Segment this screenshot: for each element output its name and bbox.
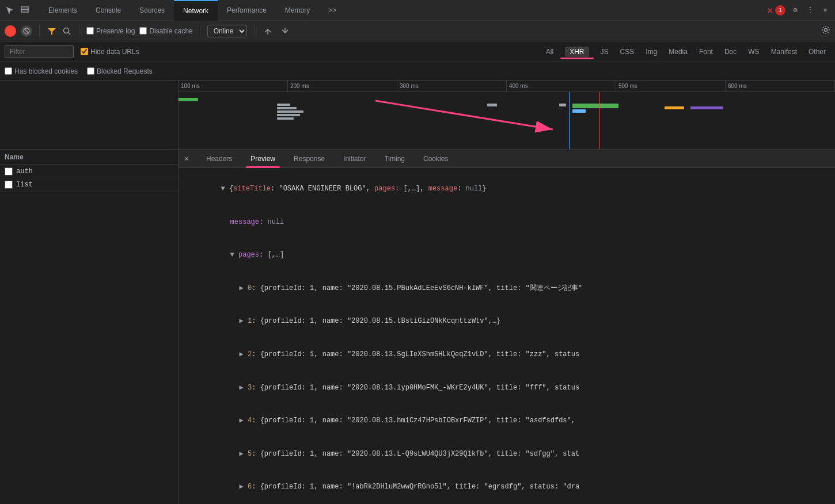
svg-line-5 <box>69 32 71 35</box>
chip-other[interactable]: Other <box>804 47 830 57</box>
svg-rect-1 <box>21 10 28 12</box>
search-icon[interactable] <box>62 26 72 36</box>
chip-ws[interactable]: WS <box>743 47 764 57</box>
chip-doc[interactable]: Doc <box>720 47 741 57</box>
json-item-5[interactable]: ▶ 5: {profileId: 1, name: "2020.08.13.L-… <box>188 438 826 471</box>
record-button[interactable] <box>5 25 16 37</box>
panel-tab-cookies[interactable]: Cookies <box>414 150 457 168</box>
timeline-main[interactable]: 100 ms 200 ms 300 ms 400 ms 500 ms 600 m… <box>179 81 835 149</box>
tbar-5a <box>665 106 684 109</box>
timeline-canvas <box>179 92 835 150</box>
download-icon[interactable] <box>279 25 291 37</box>
filter-chips: All XHR JS CSS Img Media Font Doc WS Man… <box>541 47 830 57</box>
json-item-0[interactable]: ▶ 0: {profileId: 1, name: "2020.08.15.PB… <box>188 272 826 306</box>
vline-blue <box>569 92 570 150</box>
json-pages-line[interactable]: ▼ pages: [,…] <box>188 239 826 272</box>
tbar-5b <box>690 106 723 109</box>
chip-xhr: XHR <box>565 47 589 57</box>
error-x-icon: ✕ <box>767 5 773 16</box>
tab-more[interactable]: >> <box>319 0 346 21</box>
panel-tab-preview[interactable]: Preview <box>241 150 284 168</box>
json-message-line: message: null <box>188 206 826 239</box>
tab-elements[interactable]: Elements <box>39 0 86 21</box>
json-item-1[interactable]: ▶ 1: {profileId: 1, name: "2020.08.15.tB… <box>188 305 826 338</box>
panel-tab-response[interactable]: Response <box>284 150 334 168</box>
svg-rect-0 <box>21 7 28 9</box>
preview-tab-underline <box>246 166 280 168</box>
blocked-row: Has blocked cookies Blocked Requests <box>0 62 835 81</box>
json-item-3[interactable]: ▶ 3: {profileId: 1, name: "2020.08.13.iy… <box>188 371 826 404</box>
svg-line-3 <box>25 29 28 33</box>
chip-manifest[interactable]: Manifest <box>766 47 802 57</box>
json-item-6-arrow[interactable]: ▶ <box>240 483 248 491</box>
settings-icon[interactable]: ⚙ <box>790 5 800 16</box>
panel-tabs: ✕ Headers Preview Response Initiator Tim… <box>179 150 835 168</box>
hide-data-urls-checkbox[interactable]: Hide data URLs <box>81 48 139 56</box>
json-item-1-arrow[interactable]: ▶ <box>240 317 248 325</box>
svg-point-4 <box>64 28 69 33</box>
tbar-4a <box>559 104 565 106</box>
filter-input[interactable] <box>5 45 74 58</box>
filter-icon[interactable] <box>47 26 57 36</box>
tbar-1a <box>179 98 198 101</box>
ruler-100ms: 100 ms <box>179 81 288 91</box>
timeline-left-spacer <box>0 81 179 149</box>
disable-cache-checkbox[interactable]: Disable cache <box>139 27 192 35</box>
ruler-400ms: 400 ms <box>507 81 616 91</box>
upload-icon[interactable] <box>261 25 274 37</box>
tab-sources[interactable]: Sources <box>130 0 174 21</box>
ruler-300ms: 300 ms <box>397 81 507 91</box>
tab-console[interactable]: Console <box>86 0 130 21</box>
panel-tab-headers[interactable]: Headers <box>197 150 241 168</box>
ruler-600ms: 600 ms <box>726 81 835 91</box>
cursor-icon[interactable] <box>5 5 15 16</box>
panel-close-button[interactable]: ✕ <box>181 153 192 165</box>
blocked-requests-checkbox[interactable]: Blocked Requests <box>87 67 153 75</box>
has-blocked-cookies-checkbox[interactable]: Has blocked cookies <box>5 67 78 75</box>
tab-network[interactable]: Network <box>174 0 218 21</box>
chip-xhr-wrapper[interactable]: XHR <box>560 47 593 57</box>
json-root-arrow[interactable]: ▼ <box>221 185 229 193</box>
chip-all[interactable]: All <box>541 47 558 57</box>
stop-button[interactable] <box>21 25 32 37</box>
chip-css[interactable]: CSS <box>616 47 639 57</box>
xhr-underline <box>560 58 593 59</box>
json-item-3-arrow[interactable]: ▶ <box>240 384 248 392</box>
chip-img[interactable]: Img <box>641 47 662 57</box>
arrow-annotation <box>179 92 835 150</box>
json-item-4-arrow[interactable]: ▶ <box>240 417 248 425</box>
chip-media[interactable]: Media <box>664 47 692 57</box>
chip-font[interactable]: Font <box>694 47 718 57</box>
toolbar-sep-1 <box>39 25 40 37</box>
right-panel: ✕ Headers Preview Response Initiator Tim… <box>179 150 835 504</box>
network-throttle-select[interactable]: Online <box>207 25 247 37</box>
left-panel: Name auth list <box>0 150 179 504</box>
close-icon[interactable]: ✕ <box>820 5 830 16</box>
net-item-auth[interactable]: auth <box>0 165 178 178</box>
preserve-log-checkbox[interactable]: Preserve log <box>86 27 135 35</box>
panel-tab-timing[interactable]: Timing <box>375 150 414 168</box>
json-pages-arrow[interactable]: ▼ <box>230 251 238 259</box>
layers-icon[interactable] <box>20 5 30 16</box>
svg-point-6 <box>825 28 828 31</box>
tab-performance[interactable]: Performance <box>218 0 276 21</box>
json-item-2-arrow[interactable]: ▶ <box>240 350 248 358</box>
toolbar-sep-4 <box>254 25 255 37</box>
toolbar-settings-icon[interactable] <box>821 25 830 37</box>
timeline-area: 100 ms 200 ms 300 ms 400 ms 500 ms 600 m… <box>0 81 835 150</box>
json-item-2[interactable]: ▶ 2: {profileId: 1, name: "2020.08.13.Sg… <box>188 338 826 372</box>
json-root-line[interactable]: ▼ {siteTitle: "OSAKA ENGINEER BLOG", pag… <box>188 173 826 206</box>
json-item-6[interactable]: ▶ 6: {profileId: 1, name: "!abRk2DHluM2w… <box>188 471 826 504</box>
panel-tab-initiator[interactable]: Initiator <box>334 150 375 168</box>
json-viewer: ▼ {siteTitle: "OSAKA ENGINEER BLOG", pag… <box>179 168 835 504</box>
json-item-5-arrow[interactable]: ▶ <box>240 450 248 458</box>
more-icon[interactable]: ⋮ <box>805 5 815 16</box>
timeline-ruler: 100 ms 200 ms 300 ms 400 ms 500 ms 600 m… <box>179 81 835 92</box>
error-indicator[interactable]: ✕ 1 <box>767 5 785 16</box>
json-item-0-arrow[interactable]: ▶ <box>240 284 248 292</box>
tab-memory[interactable]: Memory <box>276 0 319 21</box>
json-item-4[interactable]: ▶ 4: {profileId: 1, name: "2020.08.13.hm… <box>188 404 826 438</box>
chip-js[interactable]: JS <box>596 47 613 57</box>
tbar-2b <box>277 107 297 109</box>
net-item-list[interactable]: list <box>0 178 178 192</box>
